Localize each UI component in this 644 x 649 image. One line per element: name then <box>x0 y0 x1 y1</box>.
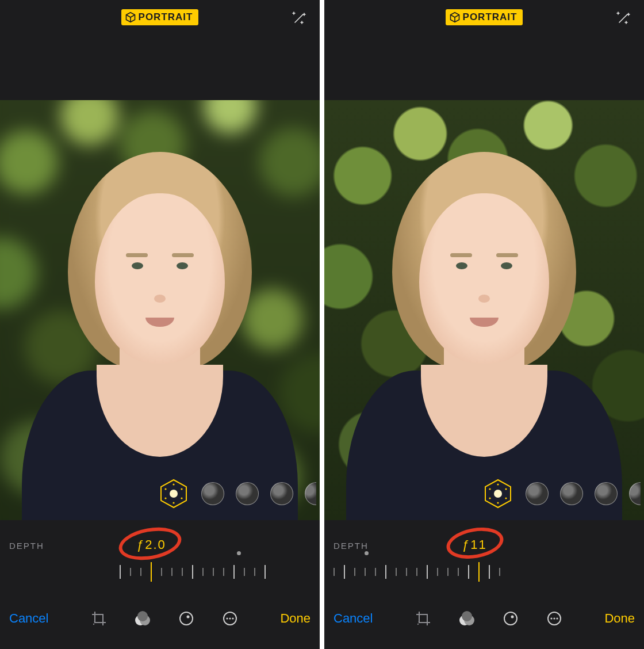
svg-point-21 <box>505 497 507 499</box>
depth-scale-marker <box>237 551 241 555</box>
depth-slider-pointer <box>151 562 152 582</box>
depth-control: DEPTH ƒ11 <box>324 527 644 590</box>
done-button[interactable]: Done <box>280 611 310 626</box>
svg-point-1 <box>170 490 178 498</box>
done-button[interactable]: Done <box>604 611 635 626</box>
depth-label: DEPTH <box>9 541 44 551</box>
svg-point-32 <box>553 617 555 619</box>
lighting-effects-row <box>158 478 320 510</box>
portrait-mode-label: PORTRAIT <box>463 12 518 23</box>
editor-pane-right: PORTRAIT <box>324 0 644 649</box>
svg-point-24 <box>489 488 490 490</box>
depth-value: ƒ11 <box>462 537 487 552</box>
lighting-option-2[interactable] <box>201 482 224 505</box>
lighting-option-4[interactable] <box>595 482 618 505</box>
svg-point-27 <box>462 611 472 621</box>
lighting-option-5[interactable] <box>305 482 316 505</box>
svg-point-20 <box>505 488 507 490</box>
svg-point-14 <box>226 617 228 619</box>
pane-divider <box>320 0 324 649</box>
depth-label: DEPTH <box>334 541 369 551</box>
top-bar: PORTRAIT <box>324 0 644 35</box>
svg-point-31 <box>550 617 552 619</box>
cancel-button[interactable]: Cancel <box>9 611 48 626</box>
photo-preview[interactable] <box>324 100 644 520</box>
svg-point-4 <box>181 497 182 499</box>
top-bar: PORTRAIT <box>0 0 320 35</box>
svg-point-12 <box>186 616 189 619</box>
portrait-mode-badge[interactable]: PORTRAIT <box>121 9 199 25</box>
svg-point-28 <box>504 612 517 625</box>
lighting-option-3[interactable] <box>236 482 259 505</box>
portrait-mode-badge[interactable]: PORTRAIT <box>446 9 523 25</box>
lighting-option-5[interactable] <box>629 482 641 505</box>
more-tool-button[interactable] <box>217 605 243 632</box>
photo-subject <box>346 152 622 520</box>
photo-subject <box>22 152 298 520</box>
lighting-natural-selected[interactable] <box>158 478 190 510</box>
depth-value: ƒ2.0 <box>137 537 166 552</box>
portrait-mode-label: PORTRAIT <box>139 12 193 23</box>
more-tool-button[interactable] <box>541 605 568 632</box>
cube-icon <box>449 12 461 23</box>
bottom-toolbar: Cancel <box>0 596 320 649</box>
lighting-option-4[interactable] <box>270 482 293 505</box>
cancel-button[interactable]: Cancel <box>334 611 373 626</box>
depth-slider[interactable] <box>120 563 266 581</box>
svg-point-6 <box>164 497 166 499</box>
crop-tool-button[interactable] <box>86 605 112 632</box>
svg-point-29 <box>511 616 513 619</box>
svg-point-5 <box>172 502 174 503</box>
svg-point-16 <box>232 617 233 619</box>
svg-point-2 <box>172 483 174 485</box>
svg-point-10 <box>137 611 148 621</box>
adjust-tool-button[interactable] <box>173 605 200 632</box>
svg-point-11 <box>180 612 193 625</box>
crop-tool-button[interactable] <box>410 605 436 632</box>
filters-tool-button[interactable] <box>454 605 480 632</box>
svg-point-7 <box>164 488 166 490</box>
filters-tool-button[interactable] <box>129 605 156 632</box>
auto-enhance-button[interactable] <box>290 9 308 28</box>
svg-point-19 <box>497 483 499 485</box>
svg-point-23 <box>489 497 490 499</box>
lighting-option-3[interactable] <box>560 482 583 505</box>
editor-pane-left: PORTRAIT <box>0 0 320 649</box>
svg-point-33 <box>556 617 558 619</box>
auto-enhance-button[interactable] <box>614 9 632 28</box>
cube-icon <box>125 12 136 23</box>
lighting-effects-row <box>482 478 644 510</box>
lighting-natural-selected[interactable] <box>482 478 514 510</box>
photo-preview[interactable] <box>0 100 320 520</box>
svg-point-18 <box>494 490 502 498</box>
svg-point-22 <box>497 502 499 503</box>
depth-scale-marker <box>365 551 369 555</box>
svg-point-3 <box>181 488 182 490</box>
svg-point-15 <box>229 617 231 619</box>
depth-slider[interactable] <box>334 563 500 581</box>
lighting-option-2[interactable] <box>526 482 549 505</box>
depth-slider-pointer <box>478 562 480 582</box>
depth-control: DEPTH ƒ2.0 <box>0 527 320 590</box>
adjust-tool-button[interactable] <box>497 605 524 632</box>
bottom-toolbar: Cancel <box>324 596 644 649</box>
